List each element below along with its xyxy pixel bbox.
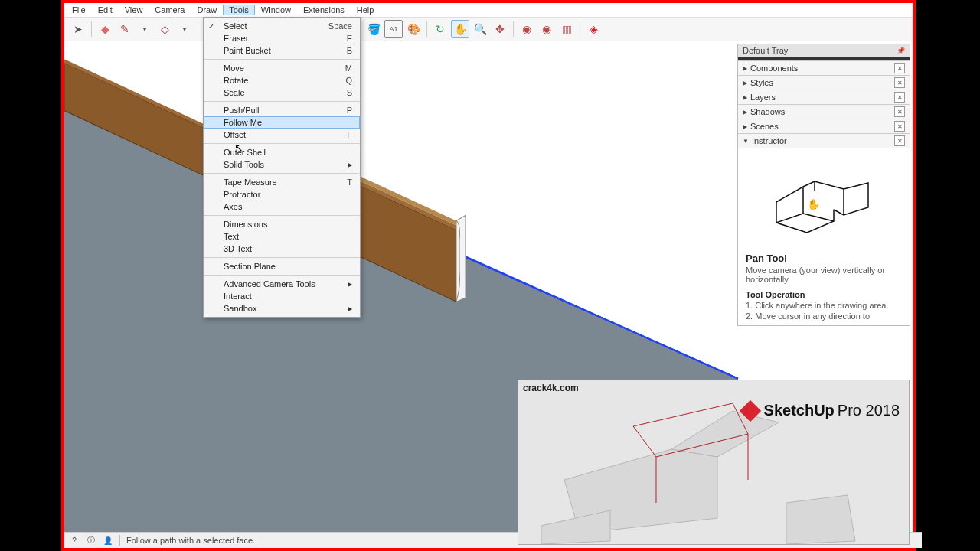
menu-camera[interactable]: Camera	[149, 5, 191, 15]
pan-icon[interactable]: ✋	[451, 20, 469, 38]
menu-item-push-pull[interactable]: Push/PullP	[204, 104, 360, 116]
submenu-arrow-icon: ▶	[348, 281, 352, 288]
instructor-step: 1. Click anywhere in the drawing area.	[746, 301, 902, 310]
shape-icon[interactable]: ◇	[155, 20, 174, 38]
instructor-op-title: Tool Operation	[746, 290, 902, 299]
menu-item-interact[interactable]: Interact	[204, 290, 360, 302]
tools-menu-dropdown: ✓SelectSpaceEraserEPaint BucketBMoveMRot…	[203, 17, 361, 318]
instructor-desc: Move camera (your view) vertically or ho…	[746, 266, 902, 284]
dropdown-icon[interactable]: ▾	[175, 20, 194, 38]
menu-extensions[interactable]: Extensions	[297, 5, 351, 15]
close-icon[interactable]: ✕	[894, 77, 905, 88]
tray-panel-styles[interactable]: ▶Styles✕	[738, 76, 910, 90]
menu-draw[interactable]: Draw	[191, 5, 223, 15]
menu-item-dimensions[interactable]: Dimensions	[204, 218, 360, 230]
menu-item-sandbox[interactable]: Sandbox▶	[204, 302, 360, 315]
zoom-extents-icon[interactable]: ✥	[491, 20, 509, 38]
close-icon[interactable]: ✕	[894, 63, 905, 73]
close-icon[interactable]: ✕	[894, 106, 905, 117]
help-icon[interactable]: ?	[69, 535, 80, 546]
caret-right-icon: ▶	[743, 123, 747, 130]
menu-item-follow-me[interactable]: Follow Me	[204, 116, 360, 129]
svg-marker-9	[456, 215, 466, 302]
promo-brand: SketchUp Pro 2018	[743, 402, 900, 419]
tray-panel-shadows[interactable]: ▶Shadows✕	[738, 105, 910, 119]
pin-icon[interactable]: 📌	[897, 47, 905, 54]
pencil-icon[interactable]: ✎	[116, 20, 134, 38]
tray-panel-instructor[interactable]: ▼Instructor✕	[738, 134, 910, 148]
tray-panel-layers[interactable]: ▶Layers✕	[738, 90, 910, 105]
menu-item-offset[interactable]: OffsetF	[204, 129, 360, 141]
submenu-arrow-icon: ▶	[348, 305, 352, 312]
menu-item-solid-tools[interactable]: Solid Tools▶	[204, 158, 360, 171]
orbit-icon[interactable]: ↻	[431, 20, 449, 38]
check-icon: ✓	[208, 22, 214, 31]
menu-tools[interactable]: Tools	[223, 5, 255, 15]
instructor-panel-body: ✋ Pan Tool Move camera (your view) verti…	[738, 148, 910, 325]
svg-text:✋: ✋	[807, 198, 821, 211]
next-view-icon[interactable]: ◉	[537, 20, 556, 38]
menu-item-text[interactable]: Text	[204, 230, 360, 243]
user-icon[interactable]: 👤	[103, 535, 113, 546]
menu-item-eraser[interactable]: EraserE	[204, 32, 360, 44]
menu-item-section-plane[interactable]: Section Plane	[204, 260, 360, 272]
ruby-icon[interactable]: ◈	[584, 20, 603, 38]
menu-window[interactable]: Window	[255, 5, 297, 15]
menu-item--d-text[interactable]: 3D Text	[204, 243, 360, 255]
default-tray: Default Tray 📌 ▶Components✕▶Styles✕▶Laye…	[737, 44, 910, 326]
tray-panel-scenes[interactable]: ▶Scenes✕	[738, 119, 910, 134]
menu-edit[interactable]: Edit	[92, 5, 119, 15]
app-window: FileEditViewCameraDrawToolsWindowExtensi…	[61, 0, 916, 551]
palette-icon[interactable]: 🎨	[404, 20, 423, 38]
menu-item-paint-bucket[interactable]: Paint BucketB	[204, 44, 360, 57]
caret-right-icon: ▶	[743, 65, 747, 72]
select-tool-icon[interactable]: ➤	[69, 20, 87, 38]
caret-right-icon: ▶	[743, 94, 747, 101]
caret-right-icon: ▶	[743, 80, 747, 86]
svg-marker-15	[786, 495, 855, 544]
menu-item-select[interactable]: ✓SelectSpace	[204, 20, 360, 32]
sketchup-logo-icon	[739, 399, 760, 421]
menu-file[interactable]: File	[66, 5, 92, 15]
prev-view-icon[interactable]: ◉	[518, 20, 536, 38]
menu-item-move[interactable]: MoveM	[204, 62, 360, 74]
eraser-icon[interactable]: ◆	[96, 20, 114, 38]
status-hint: Follow a path with a selected face.	[126, 536, 255, 545]
caret-right-icon: ▶	[743, 109, 747, 116]
menu-item-advanced-camera-tools[interactable]: Advanced Camera Tools▶	[204, 278, 360, 290]
instructor-step: 2. Move cursor in any direction to	[746, 311, 902, 321]
submenu-arrow-icon: ▶	[348, 161, 352, 168]
menu-item-scale[interactable]: ScaleS	[204, 86, 360, 99]
dropdown-icon[interactable]: ▾	[136, 20, 154, 38]
menu-item-outer-shell[interactable]: Outer Shell	[204, 146, 360, 158]
tray-title-label: Default Tray	[743, 46, 788, 55]
close-icon[interactable]: ✕	[894, 121, 905, 132]
instructor-title: Pan Tool	[746, 253, 902, 264]
instructor-illustration: ✋	[746, 156, 899, 248]
menu-view[interactable]: View	[119, 5, 149, 15]
zoom-icon[interactable]: 🔍	[471, 20, 489, 38]
paint-icon[interactable]: 🪣	[364, 20, 383, 38]
tray-panel-components[interactable]: ▶Components✕	[738, 61, 910, 76]
menu-item-tape-measure[interactable]: Tape MeasureT	[204, 176, 360, 188]
promo-domain: crack4k.com	[523, 383, 579, 393]
menu-item-rotate[interactable]: RotateQ	[204, 74, 360, 86]
caret-down-icon: ▼	[743, 138, 749, 145]
menu-item-protractor[interactable]: Protractor	[204, 188, 360, 201]
section-icon[interactable]: ▥	[557, 20, 576, 38]
tray-title[interactable]: Default Tray 📌	[738, 44, 910, 57]
close-icon[interactable]: ✕	[894, 92, 905, 103]
promo-overlay: crack4k.com SketchUp Pro 2018	[518, 380, 910, 545]
close-icon[interactable]: ✕	[894, 135, 905, 146]
menubar: FileEditViewCameraDrawToolsWindowExtensi…	[64, 3, 913, 18]
menu-help[interactable]: Help	[351, 5, 381, 15]
text-icon[interactable]: A1	[384, 20, 403, 38]
toolbar: ➤ ◆ ✎ ▾ ◇ ▾ 🪣 A1 🎨 ↻ ✋ 🔍 ✥ ◉ ◉ ▥ ◈	[64, 18, 913, 41]
menu-item-axes[interactable]: Axes	[204, 201, 360, 213]
info-icon[interactable]: ⓘ	[86, 535, 96, 546]
